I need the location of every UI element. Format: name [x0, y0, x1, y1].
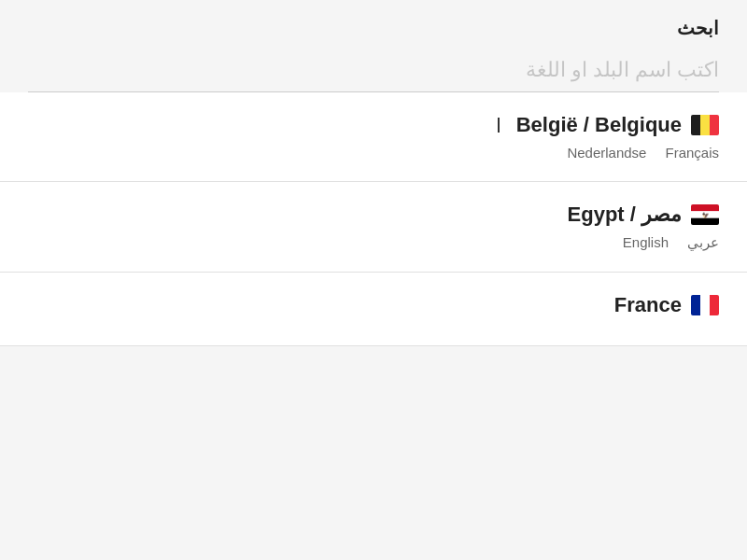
- country-name-row-france: France: [28, 293, 719, 317]
- svg-rect-0: [691, 115, 700, 135]
- page-container: ابحث België / Belgique: [0, 0, 747, 560]
- country-name-egypt: Egypt / مصر: [568, 203, 682, 227]
- language-tag-nl[interactable]: Nederlandse: [567, 145, 646, 161]
- country-name-row-belgium: België / Belgique: [28, 113, 719, 137]
- search-input[interactable]: [28, 49, 719, 92]
- country-languages-egypt: English عربي: [28, 234, 719, 251]
- svg-text:🦅: 🦅: [702, 212, 710, 219]
- country-item-france[interactable]: France: [0, 273, 747, 346]
- svg-rect-2: [710, 115, 719, 135]
- country-name-row-egypt: Egypt / مصر 🦅: [28, 203, 719, 227]
- svg-rect-1: [700, 115, 710, 135]
- svg-rect-7: [691, 295, 700, 315]
- country-item-egypt[interactable]: Egypt / مصر 🦅 English عربي: [0, 182, 747, 273]
- svg-rect-8: [700, 295, 710, 315]
- country-languages-belgium: Nederlandse Français: [28, 145, 719, 161]
- flag-belgium: [691, 115, 719, 135]
- language-tag-en[interactable]: English: [623, 234, 669, 251]
- flag-egypt: 🦅: [691, 204, 719, 225]
- cursor-marker: [498, 118, 507, 133]
- country-item-belgium[interactable]: België / Belgique Nederlandse Français: [0, 92, 747, 182]
- flag-france: [691, 295, 719, 315]
- country-name-belgium: België / Belgique: [516, 113, 682, 137]
- svg-rect-9: [710, 295, 719, 315]
- svg-rect-5: [691, 218, 719, 225]
- country-name-france: France: [614, 293, 682, 317]
- search-title: ابحث: [28, 17, 719, 39]
- search-input-wrapper: [28, 49, 719, 92]
- svg-rect-3: [691, 204, 719, 211]
- country-list: België / Belgique Nederlandse Français E…: [0, 92, 747, 560]
- language-tag-ar[interactable]: عربي: [687, 234, 719, 251]
- language-tag-fr[interactable]: Français: [665, 145, 719, 161]
- search-header: ابحث: [0, 0, 747, 92]
